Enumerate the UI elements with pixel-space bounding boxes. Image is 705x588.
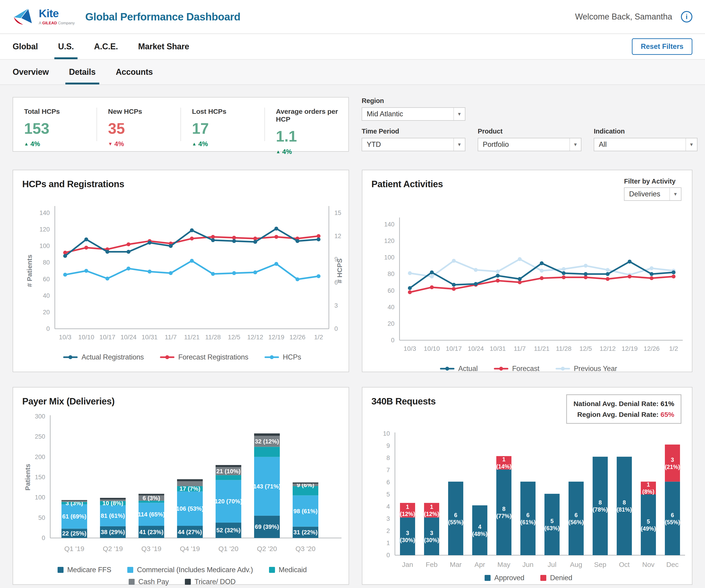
brand-subtitle: A GILEAD Company	[39, 21, 75, 26]
legend-item-hcps: HCPs	[265, 353, 301, 361]
payer-mix-chart: 050100150200250300Patients22 (25%)61 (69…	[16, 411, 348, 586]
svg-text:6: 6	[454, 512, 457, 518]
svg-text:31 (22%): 31 (22%)	[293, 529, 318, 536]
tab-a-c-e[interactable]: A.C.E.	[94, 34, 118, 59]
svg-text:6: 6	[574, 512, 578, 518]
svg-text:10/17: 10/17	[99, 333, 115, 341]
patient-activities-chart: 02040608010012014010/310/1010/1710/2410/…	[365, 205, 692, 373]
legend-item-forecast-registrations: Forecast Registrations	[160, 353, 248, 361]
denial-rate-annotation: National Avg. Denial Rate: 61% Region Av…	[566, 394, 682, 424]
svg-text:12/12: 12/12	[247, 333, 263, 341]
svg-text:100: 100	[35, 494, 45, 501]
svg-text:Nov: Nov	[642, 561, 654, 568]
svg-text:3: 3	[334, 302, 338, 309]
square-marker-icon	[57, 567, 63, 573]
kpi-label: New HCPs	[108, 107, 181, 116]
svg-text:3: 3	[406, 530, 409, 536]
info-icon[interactable]: i	[681, 11, 692, 22]
payer-mix-panel: Payer Mix (Deliveries) 05010015020025030…	[13, 387, 349, 585]
svg-text:20: 20	[387, 320, 394, 327]
svg-text:12/26: 12/26	[289, 333, 306, 341]
filter-time-period: Time PeriodYTD▼	[362, 128, 465, 151]
svg-text:40: 40	[43, 292, 50, 299]
national-denial-rate: National Avg. Denial Rate: 61%	[573, 398, 674, 409]
svg-text:(61%): (61%)	[520, 519, 535, 525]
svg-text:Sep: Sep	[594, 561, 606, 568]
svg-text:120 (70%): 120 (70%)	[215, 498, 242, 505]
filters-area: RegionMid Atlantic▼Time PeriodYTD▼Produc…	[362, 97, 692, 152]
svg-text:150: 150	[35, 474, 45, 481]
svg-text:6: 6	[671, 512, 674, 518]
secondary-tabs: OverviewDetailsAccounts	[13, 60, 153, 84]
svg-text:140: 140	[384, 221, 394, 228]
svg-text:12/5: 12/5	[579, 345, 592, 352]
svg-text:Oct: Oct	[619, 561, 629, 568]
legend-item-previous-year: Previous Year	[556, 365, 617, 373]
svg-text:1: 1	[430, 504, 433, 510]
svg-text:11/21: 11/21	[184, 333, 200, 341]
region-select[interactable]: Mid Atlantic▼	[362, 107, 465, 121]
chevron-down-icon: ▼	[569, 138, 581, 151]
svg-text:143 (71%): 143 (71%)	[253, 483, 281, 490]
svg-text:140: 140	[40, 210, 50, 216]
svg-text:1: 1	[406, 504, 409, 510]
340b-requests-chart: 0123456789103(30%)1(12%)Jan3(30%)1(12%)F…	[365, 428, 692, 582]
svg-text:Jan: Jan	[402, 561, 413, 568]
svg-text:5: 5	[551, 518, 554, 524]
kpi-label: Total HCPs	[24, 107, 97, 116]
svg-text:38 (29%): 38 (29%)	[101, 529, 125, 536]
svg-text:50: 50	[38, 514, 45, 521]
chevron-down-icon: ▼	[686, 138, 697, 151]
svg-text:8: 8	[386, 454, 390, 461]
svg-text:0: 0	[46, 325, 50, 332]
subtab-accounts[interactable]: Accounts	[116, 60, 153, 84]
svg-text:10/24: 10/24	[121, 333, 136, 341]
svg-text:61 (69%): 61 (69%)	[62, 513, 87, 520]
reset-filters-button[interactable]: Reset Filters	[632, 38, 692, 55]
svg-text:114 (65%): 114 (65%)	[138, 511, 165, 518]
svg-text:32 (12%): 32 (12%)	[255, 438, 279, 445]
svg-text:200: 200	[35, 454, 45, 460]
svg-text:(78%): (78%)	[593, 506, 608, 513]
kpi-value: 1.1	[276, 129, 348, 144]
svg-text:12/19: 12/19	[621, 345, 638, 352]
svg-text:Apr: Apr	[474, 561, 485, 568]
svg-text:11/7: 11/7	[514, 345, 525, 352]
legend-item-approved: Approved	[484, 574, 524, 582]
svg-text:0: 0	[334, 325, 338, 332]
product-select[interactable]: Portfolio▼	[478, 138, 581, 151]
square-marker-icon	[129, 579, 135, 585]
svg-text:12/5: 12/5	[228, 333, 240, 341]
svg-text:10/17: 10/17	[445, 345, 462, 352]
svg-text:80: 80	[43, 259, 50, 266]
svg-text:10/3: 10/3	[404, 345, 416, 352]
svg-text:11/28: 11/28	[205, 333, 221, 341]
chart-legend: ApprovedDenied	[365, 574, 692, 582]
svg-text:81 (61%): 81 (61%)	[101, 512, 125, 519]
svg-text:5: 5	[386, 491, 390, 498]
legend-item-commercial-includes-medicare-adv: Commercial (Includes Medicare Adv.)	[127, 566, 253, 574]
triangle-up-icon: ▲	[276, 149, 280, 154]
svg-text:(48%): (48%)	[472, 531, 487, 537]
svg-text:Q4 '19: Q4 '19	[180, 545, 200, 552]
tab-market-share[interactable]: Market Share	[138, 34, 189, 59]
activity-select[interactable]: Deliveries ▼	[624, 187, 682, 201]
kite-logo-icon	[13, 6, 35, 28]
tab-u-s[interactable]: U.S.	[58, 34, 74, 59]
svg-text:(56%): (56%)	[568, 519, 584, 525]
indication-select[interactable]: All▼	[594, 138, 697, 151]
time-period-select[interactable]: YTD▼	[362, 138, 465, 151]
tab-global[interactable]: Global	[13, 34, 38, 59]
chart-title-payer-mix: Payer Mix (Deliveries)	[22, 396, 348, 407]
filter-label: Region	[362, 97, 465, 105]
svg-text:(81%): (81%)	[616, 506, 632, 513]
chevron-down-icon: ▼	[454, 108, 465, 120]
subtab-details[interactable]: Details	[69, 60, 96, 84]
svg-text:Jul: Jul	[548, 561, 556, 568]
svg-text:Q2 '19: Q2 '19	[103, 545, 123, 552]
legend-item-medicaid: Medicaid	[269, 566, 307, 574]
subtab-overview[interactable]: Overview	[13, 60, 49, 84]
svg-text:120: 120	[384, 237, 394, 244]
line-marker-icon	[556, 367, 570, 371]
kpi-value: 153	[24, 121, 97, 136]
